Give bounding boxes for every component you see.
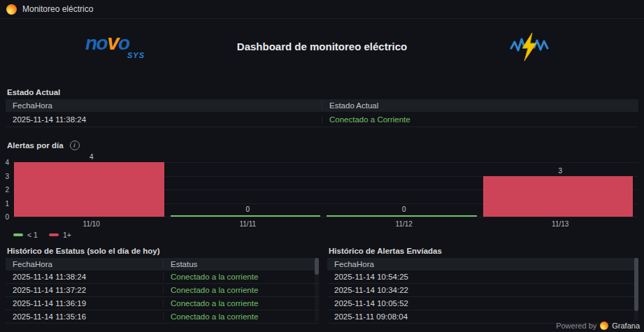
column-header-fechahora[interactable]: FechaHora <box>6 101 322 110</box>
table-row: 2025-11-14 10:34:22 <box>327 284 638 297</box>
legend-label: < 1 <box>27 231 38 239</box>
bar-value-label: 4 <box>13 153 170 161</box>
legend-item[interactable]: 1+ <box>49 231 71 239</box>
bar-category-11-10[interactable]: 411/10 <box>13 162 170 217</box>
table-row: 2025-11-14 11:35:16Conectado a la corrie… <box>6 310 319 324</box>
bar-value-label: 0 <box>326 205 482 213</box>
cell-fechahora: 2025-11-14 11:38:24 <box>6 273 163 281</box>
bar-value-label: 3 <box>482 167 639 175</box>
bar-category-11-12[interactable]: 011/12 <box>326 162 482 217</box>
alertas-scrollbar-track[interactable] <box>634 258 638 321</box>
column-header-estado-actual[interactable]: Estado Actual <box>322 101 638 110</box>
cell-fechahora: 2025-11-14 11:36:19 <box>6 299 163 308</box>
estado-actual-valor: Conectado a Corriente <box>322 115 638 124</box>
historico-estatus-rows: 2025-11-14 11:38:24Conectado a la corrie… <box>6 270 319 324</box>
x-axis-tick-label: 11/13 <box>482 220 639 228</box>
panel-header-alertas: Alertas por día i <box>7 140 80 150</box>
chart-legend: < 11+ <box>13 231 71 239</box>
panel-title-alertas: Alertas por día <box>7 141 64 150</box>
grafana-logo-icon[interactable] <box>6 4 17 15</box>
estado-actual-table-header: FechaHora Estado Actual <box>6 99 638 112</box>
x-axis-tick-label: 11/10 <box>13 220 170 228</box>
historico-estatus-header: FechaHora Estatus <box>6 258 319 270</box>
cell-fechahora: 2025-11-11 09:08:04 <box>327 312 638 321</box>
alertas-plot: 411/10011/11011/12311/13 <box>13 162 638 217</box>
estado-actual-row: 2025-11-14 11:38:24 Conectado a Corrient… <box>6 112 638 127</box>
legend-swatch <box>49 233 59 236</box>
grafana-footer-icon <box>600 322 608 330</box>
alertas-scrollbar-thumb[interactable] <box>634 258 638 311</box>
cell-estatus: Conectado a la corriente <box>163 286 319 294</box>
navbar: Monitoreo eléctrico <box>0 0 644 19</box>
bar-category-11-13[interactable]: 311/13 <box>482 162 639 217</box>
x-axis-tick-label: 11/11 <box>170 220 327 228</box>
y-axis-tick-label: 0 <box>5 213 9 221</box>
cell-fechahora: 2025-11-14 10:54:25 <box>327 273 638 281</box>
gridline <box>13 217 638 217</box>
panel-title-historico-estatus: Histórico de Estatus (solo el día de hoy… <box>7 247 160 255</box>
bar[interactable] <box>171 215 321 217</box>
bar[interactable] <box>14 162 164 217</box>
y-axis-tick-label: 4 <box>5 159 9 166</box>
table-row: 2025-11-14 11:38:24Conectado a la corrie… <box>6 270 319 284</box>
cell-fechahora: 2025-11-14 10:05:52 <box>327 299 638 308</box>
lightning-icon <box>510 32 549 62</box>
historico-alertas-rows: 2025-11-14 10:54:252025-11-14 10:34:2220… <box>327 270 638 324</box>
info-icon[interactable]: i <box>70 140 80 150</box>
legend-swatch <box>13 233 23 236</box>
bar[interactable] <box>483 176 634 217</box>
column-header-fechahora[interactable]: FechaHora <box>327 260 638 268</box>
cell-estatus: Conectado a la corriente <box>163 312 319 321</box>
footer-powered-by: Powered by Grafana <box>556 322 640 330</box>
cell-fechahora: 2025-11-14 11:35:16 <box>6 312 163 321</box>
estatus-scrollbar-track[interactable] <box>315 258 319 321</box>
historico-alertas-header: FechaHora <box>327 258 638 270</box>
grafana-brand-label[interactable]: Grafana <box>612 322 640 330</box>
x-axis-tick-label: 11/12 <box>326 220 482 228</box>
estatus-scrollbar-thumb[interactable] <box>315 258 319 275</box>
bar-category-11-11[interactable]: 011/11 <box>170 162 327 217</box>
table-row: 2025-11-14 11:36:19Conectado a la corrie… <box>6 297 319 310</box>
cell-estatus: Conectado a la corriente <box>163 299 319 308</box>
dashboard-root: Monitoreo eléctrico novo SYS Dashboard d… <box>0 0 644 332</box>
cell-fechahora: 2025-11-14 10:34:22 <box>327 286 638 294</box>
cell-estatus: Conectado a la corriente <box>163 273 319 281</box>
y-axis-tick-label: 1 <box>5 199 9 207</box>
y-axis-tick-label: 3 <box>5 172 9 180</box>
table-row: 2025-11-14 10:54:25 <box>327 270 638 284</box>
table-row: 2025-11-14 11:37:22Conectado a la corrie… <box>6 284 319 297</box>
cell-fechahora: 2025-11-14 11:37:22 <box>6 286 163 294</box>
column-header-fechahora[interactable]: FechaHora <box>6 260 163 268</box>
panel-title-estado-actual: Estado Actual <box>7 88 60 96</box>
bar-value-label: 0 <box>170 205 327 213</box>
column-header-estatus[interactable]: Estatus <box>163 260 319 268</box>
panel-title-historico-alertas: Histórico de Alertas Envíadas <box>329 247 442 255</box>
estado-actual-fecha: 2025-11-14 11:38:24 <box>6 115 322 124</box>
breadcrumb-dashboard-title[interactable]: Monitoreo eléctrico <box>22 4 93 14</box>
bar[interactable] <box>327 215 477 217</box>
chart-y-axis: 01234 <box>0 162 9 217</box>
legend-label: 1+ <box>63 231 71 239</box>
powered-by-label: Powered by <box>556 322 596 330</box>
table-row: 2025-11-14 10:05:52 <box>327 297 638 310</box>
y-axis-tick-label: 2 <box>5 186 9 194</box>
legend-item[interactable]: < 1 <box>13 231 38 239</box>
